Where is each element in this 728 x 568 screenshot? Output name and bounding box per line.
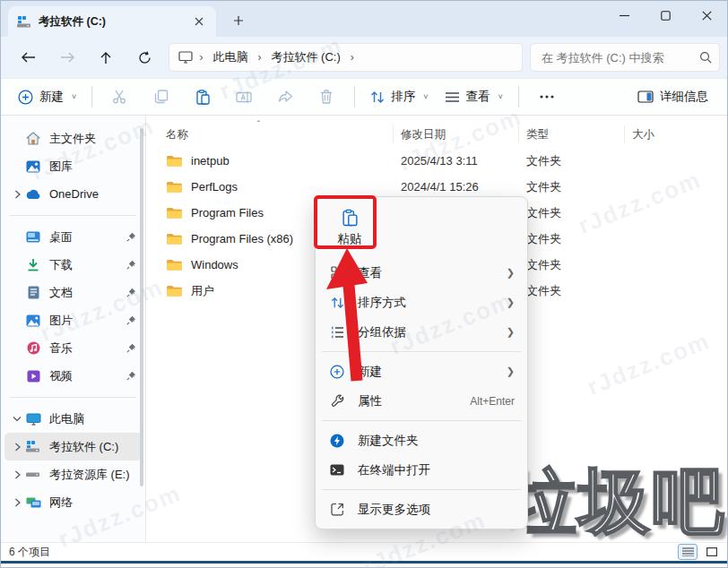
delete-icon[interactable]	[311, 82, 342, 111]
sidebar-item-label: 图库	[49, 159, 138, 175]
details-pane-icon	[637, 90, 654, 103]
sidebar-item-label: 音乐	[49, 340, 124, 357]
command-toolbar: 新建 ˅ 排序 ˅ 查看 ˅ 详细信息	[1, 78, 727, 116]
menu-item-label: 在终端中打开	[358, 462, 515, 478]
sort-ascending-icon: ˆ	[257, 119, 260, 128]
breadcrumb-this-pc[interactable]: 此电脑	[209, 49, 251, 65]
chevron-right-icon[interactable]	[10, 470, 24, 479]
items-count: 6 个项目	[9, 545, 50, 560]
paste-icon[interactable]	[187, 82, 218, 111]
details-pane-button[interactable]: 详细信息	[629, 83, 716, 110]
sort-button[interactable]: 排序 ˅	[362, 83, 436, 110]
sidebar-item-drive-c[interactable]: 考拉软件 (C:)	[4, 433, 142, 460]
pin-icon	[124, 343, 138, 353]
menu-item-label: 分组依据	[358, 324, 507, 340]
menu-item-open-in-terminal[interactable]: 在终端中打开	[320, 455, 523, 485]
sidebar-item-label: 桌面	[49, 229, 124, 245]
tab-close-icon[interactable]	[189, 12, 209, 31]
minimize-button[interactable]	[603, 1, 645, 30]
sidebar-item-home[interactable]: 主文件夹	[4, 125, 142, 152]
group-by-icon	[328, 326, 346, 339]
menu-item-view[interactable]: 查看 ❯	[320, 258, 523, 288]
menu-item-show-more-options[interactable]: 显示更多选项	[320, 495, 523, 524]
sidebar-item-desktop[interactable]: 桌面	[4, 223, 142, 251]
share-icon[interactable]	[270, 82, 300, 111]
new-tab-button[interactable]	[225, 8, 252, 33]
sidebar-item-label: 文档	[49, 285, 124, 301]
menu-item-new-folder[interactable]: 新建文件夹	[320, 426, 523, 455]
sidebar-item-this-pc[interactable]: 此电脑	[4, 405, 142, 433]
folder-icon	[166, 232, 183, 245]
search-box[interactable]	[530, 43, 720, 72]
sort-arrows-icon	[370, 90, 385, 104]
copy-icon[interactable]	[146, 82, 177, 111]
videos-icon	[24, 370, 42, 383]
sidebar-item-gallery[interactable]: 图库	[4, 152, 142, 180]
column-header-modified[interactable]: 修改日期	[394, 125, 519, 143]
column-header-size[interactable]: 大小	[625, 125, 706, 143]
breadcrumb-chevron-icon: ›	[344, 51, 360, 64]
sidebar-item-network[interactable]: 网络	[4, 488, 142, 516]
file-type: 文件夹	[519, 153, 625, 169]
toolbar-divider	[91, 86, 92, 108]
sidebar-scrollbar[interactable]	[140, 128, 143, 486]
search-icon[interactable]	[699, 51, 712, 64]
column-header-name[interactable]: ˆ 名称	[159, 125, 394, 143]
up-icon[interactable]	[91, 42, 121, 73]
sidebar-item-onedrive[interactable]: OneDrive	[4, 180, 142, 208]
file-type: 文件夹	[519, 283, 625, 299]
new-button[interactable]: 新建 ˅	[10, 83, 84, 110]
navigation-bar: › 此电脑 › 考拉软件 (C:) ›	[1, 37, 727, 78]
cut-icon[interactable]	[105, 82, 135, 111]
rename-icon[interactable]	[229, 82, 259, 111]
submenu-chevron-icon: ❯	[507, 297, 515, 308]
close-button[interactable]	[686, 1, 727, 30]
menu-shortcut: Alt+Enter	[470, 395, 515, 408]
file-name: inetpub	[191, 154, 230, 168]
view-button[interactable]: 查看 ˅	[437, 83, 511, 110]
details-view-toggle[interactable]	[678, 544, 698, 560]
file-row[interactable]: inetpub 2025/4/13 3:11 文件夹	[159, 148, 727, 174]
menu-item-sort-by[interactable]: 排序方式 ❯	[320, 288, 523, 317]
new-plus-icon	[18, 90, 33, 105]
context-menu-paste[interactable]: 粘贴	[322, 202, 377, 253]
sidebar-item-videos[interactable]: 视频	[4, 362, 142, 390]
more-options-icon[interactable]	[532, 82, 562, 111]
menu-item-new[interactable]: 新建 ❯	[320, 357, 523, 386]
menu-item-label: 新建文件夹	[358, 433, 515, 449]
breadcrumb-drive-c[interactable]: 考拉软件 (C:)	[267, 49, 343, 65]
menu-item-properties[interactable]: 属性 Alt+Enter	[320, 386, 523, 416]
menu-item-group-by[interactable]: 分组依据 ❯	[320, 317, 523, 347]
menu-item-label: 显示更多选项	[358, 502, 515, 518]
sidebar-item-downloads[interactable]: 下载	[4, 251, 142, 279]
back-icon[interactable]	[13, 42, 43, 73]
address-bar[interactable]: › 此电脑 › 考拉软件 (C:) ›	[169, 43, 523, 72]
sidebar-item-pictures[interactable]: 图片	[4, 306, 142, 334]
explorer-tab[interactable]: 考拉软件 (C:)	[8, 6, 216, 37]
sidebar-item-music[interactable]: 音乐	[4, 334, 142, 362]
tab-strip: 考拉软件 (C:)	[1, 1, 727, 37]
refresh-icon[interactable]	[130, 42, 160, 73]
context-menu: 粘贴 查看 ❯ 排序方式 ❯ 分组依据 ❯ 新建 ❯ 属性 Alt+Enter	[315, 196, 528, 529]
column-header-type[interactable]: 类型	[519, 125, 625, 143]
chevron-right-icon[interactable]	[10, 190, 24, 199]
sidebar-item-documents[interactable]: 文档	[4, 279, 142, 306]
chevron-right-icon[interactable]	[10, 498, 24, 507]
music-icon	[24, 341, 42, 355]
folder-icon	[166, 284, 183, 297]
maximize-button[interactable]	[645, 1, 686, 30]
search-input[interactable]	[542, 51, 699, 65]
drive-c-icon	[24, 441, 42, 452]
file-explorer-window: 考拉软件 (C:) › 此电脑 › 考拉软件 (C:) ›	[0, 0, 728, 568]
menu-divider	[322, 351, 521, 352]
chevron-down-icon: ˅	[498, 92, 503, 101]
tab-title: 考拉软件 (C:)	[39, 14, 189, 30]
chevron-right-icon[interactable]	[10, 443, 24, 452]
forward-icon[interactable]	[52, 42, 82, 73]
sidebar-item-drive-e[interactable]: 考拉资源库 (E:)	[4, 460, 142, 488]
window-bottom-edge	[1, 561, 727, 564]
show-more-icon	[328, 503, 346, 516]
large-icons-view-toggle[interactable]	[702, 544, 722, 560]
menu-divider	[322, 420, 521, 421]
chevron-down-icon[interactable]	[10, 416, 24, 422]
